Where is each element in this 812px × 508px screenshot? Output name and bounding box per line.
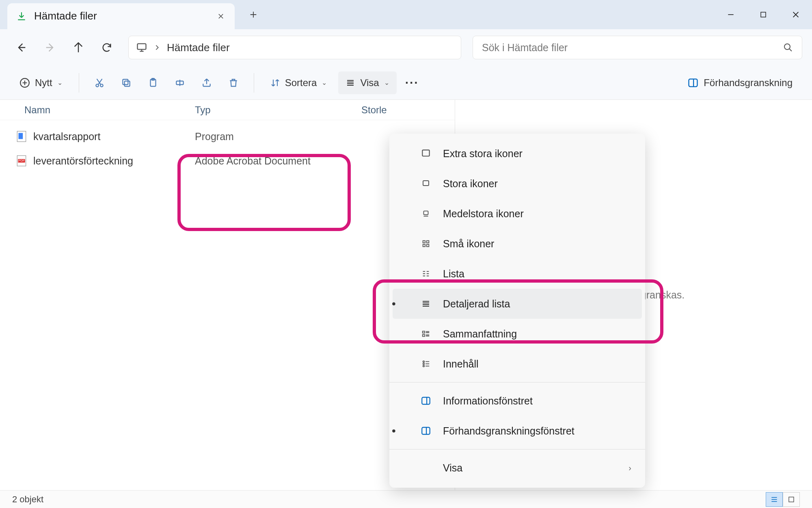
address-bar[interactable]: Hämtade filer xyxy=(128,36,461,59)
back-button[interactable] xyxy=(10,36,33,59)
menu-item-label: Visa xyxy=(443,462,462,474)
app-file-icon xyxy=(16,130,27,143)
menu-item-label: Små ikoner xyxy=(443,238,494,250)
svg-rect-0 xyxy=(761,12,766,17)
file-rows: kvartalsrapport Program PDF leverantörsf… xyxy=(0,120,455,173)
svg-rect-22 xyxy=(423,244,425,247)
menu-item-large-icons[interactable]: Stora ikoner xyxy=(393,169,642,199)
view-button-label: Visa xyxy=(360,77,379,89)
menu-item-medium-icons[interactable]: Medelstora ikoner xyxy=(393,199,642,229)
maximize-button[interactable] xyxy=(747,0,780,29)
menu-separator xyxy=(389,382,645,383)
paste-button[interactable] xyxy=(142,71,164,94)
preview-pane-icon xyxy=(419,426,432,436)
view-button[interactable]: Visa ⌄ xyxy=(338,71,396,94)
chevron-right-icon: › xyxy=(628,463,631,473)
search-icon[interactable] xyxy=(783,43,793,52)
search-input[interactable] xyxy=(482,42,777,54)
file-type: Program xyxy=(187,131,353,143)
breadcrumb[interactable]: Hämtade filer xyxy=(167,41,230,54)
sort-button[interactable]: Sortera ⌄ xyxy=(263,71,335,94)
forward-button[interactable] xyxy=(38,36,62,59)
svg-point-26 xyxy=(423,361,425,363)
column-type[interactable]: Typ xyxy=(187,104,353,116)
svg-rect-1 xyxy=(138,44,146,50)
menu-item-preview-pane[interactable]: Förhandsgranskningsfönstret xyxy=(393,416,642,446)
large-icons-icon xyxy=(419,179,432,188)
svg-rect-13 xyxy=(19,133,23,139)
file-name: kvartalsrapport xyxy=(33,131,100,143)
svg-point-28 xyxy=(423,365,425,367)
chevron-down-icon: ⌄ xyxy=(384,79,389,86)
svg-rect-29 xyxy=(422,397,430,404)
menu-item-label: Medelstora ikoner xyxy=(443,208,524,220)
svg-rect-20 xyxy=(423,241,425,243)
minimize-button[interactable] xyxy=(715,0,747,29)
details-pane-icon xyxy=(419,396,432,406)
close-tab-button[interactable] xyxy=(216,11,226,21)
status-text: 2 objekt xyxy=(12,494,43,505)
new-button-label: Nytt xyxy=(35,77,52,89)
list-icon xyxy=(419,269,432,278)
menu-item-label: Detaljerad lista xyxy=(443,298,510,310)
more-button[interactable]: ··· xyxy=(401,71,423,94)
preview-toggle-label: Förhandsgranskning xyxy=(704,77,793,89)
details-icon xyxy=(419,299,432,309)
active-tab[interactable]: Hämtade filer xyxy=(7,3,235,29)
menu-item-list[interactable]: Lista xyxy=(393,259,642,289)
file-row[interactable]: kvartalsrapport Program xyxy=(0,124,455,149)
command-bar: Nytt ⌄ Sortera ⌄ Visa ⌄ ··· Förhandsgran… xyxy=(0,66,812,100)
separator xyxy=(254,73,254,93)
chevron-down-icon: ⌄ xyxy=(322,79,327,86)
refresh-button[interactable] xyxy=(95,36,119,59)
delete-button[interactable] xyxy=(222,71,245,94)
preview-toggle-button[interactable]: Förhandsgranskning xyxy=(680,71,800,94)
nav-bar: Hämtade filer xyxy=(0,29,812,66)
share-button[interactable] xyxy=(195,71,218,94)
monitor-icon xyxy=(136,42,147,53)
menu-separator xyxy=(389,449,645,450)
file-row[interactable]: PDF leverantörsförteckning Adobe Acrobat… xyxy=(0,149,455,173)
svg-rect-7 xyxy=(123,79,128,84)
menu-item-tiles[interactable]: Sammanfattning xyxy=(393,319,642,349)
pdf-file-icon: PDF xyxy=(16,155,27,167)
thumbnails-view-toggle[interactable] xyxy=(783,492,800,507)
menu-item-label: Informationsfönstret xyxy=(443,395,533,407)
column-headers[interactable]: Namn Typ Storle xyxy=(0,100,455,120)
up-button[interactable] xyxy=(67,36,90,59)
column-name[interactable]: Namn xyxy=(0,104,187,116)
menu-item-extra-large-icons[interactable]: Extra stora ikoner xyxy=(393,138,642,169)
svg-rect-23 xyxy=(427,244,429,247)
svg-point-2 xyxy=(784,44,790,50)
menu-item-label: Lista xyxy=(443,268,464,280)
menu-item-small-icons[interactable]: Små ikoner xyxy=(393,229,642,259)
menu-item-content[interactable]: Innehåll xyxy=(393,349,642,379)
svg-rect-25 xyxy=(423,335,425,337)
menu-item-details-pane[interactable]: Informationsfönstret xyxy=(393,386,642,416)
menu-item-label: Extra stora ikoner xyxy=(443,148,523,160)
column-size[interactable]: Storle xyxy=(353,104,434,116)
rename-button[interactable] xyxy=(168,71,191,94)
file-name: leverantörsförteckning xyxy=(33,155,133,167)
file-list-area: Namn Typ Storle kvartalsrapport Program … xyxy=(0,100,455,490)
cut-button[interactable] xyxy=(88,71,111,94)
details-view-toggle[interactable] xyxy=(766,492,783,507)
small-icons-icon xyxy=(419,239,432,248)
svg-rect-17 xyxy=(422,150,429,156)
menu-item-show-submenu[interactable]: Visa › xyxy=(393,453,642,483)
svg-rect-24 xyxy=(423,331,425,333)
svg-rect-31 xyxy=(789,497,794,502)
copy-button[interactable] xyxy=(115,71,138,94)
status-bar: 2 objekt xyxy=(0,490,812,508)
menu-item-details[interactable]: Detaljerad lista xyxy=(393,289,642,319)
sort-button-label: Sortera xyxy=(285,77,317,89)
menu-item-label: Innehåll xyxy=(443,358,479,370)
new-button[interactable]: Nytt ⌄ xyxy=(12,71,70,94)
separator xyxy=(79,73,79,93)
window-close-button[interactable] xyxy=(780,0,812,29)
tab-title: Hämtade filer xyxy=(34,10,209,22)
chevron-right-icon xyxy=(154,44,160,51)
new-tab-button[interactable] xyxy=(244,5,263,24)
tiles-icon xyxy=(419,329,432,338)
search-bar[interactable] xyxy=(473,36,802,59)
